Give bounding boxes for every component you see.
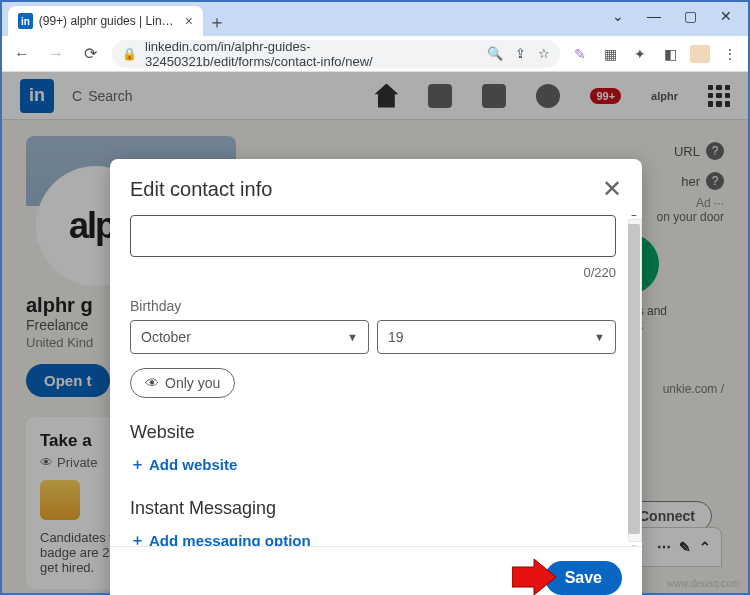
eye-icon: 👁: [145, 375, 159, 391]
kebab-menu-icon[interactable]: ⋮: [720, 46, 740, 62]
zoom-icon[interactable]: 🔍: [487, 46, 503, 61]
birthday-day-select[interactable]: 19 ▼: [377, 320, 616, 354]
scrollbar[interactable]: ▲ ▼: [628, 219, 642, 542]
share-icon[interactable]: ⇪: [515, 46, 526, 61]
chevron-down-icon: ▼: [594, 331, 605, 343]
extensions-puzzle-icon[interactable]: ✦: [630, 46, 650, 62]
address-bar[interactable]: 🔒 linkedin.com/in/alphr-guides-32450321b…: [112, 40, 560, 68]
browser-titlebar: in (99+) alphr guides | LinkedIn × ＋ ⌄ —…: [2, 2, 748, 36]
linkedin-favicon: in: [18, 13, 33, 29]
profile-avatar-icon[interactable]: [690, 45, 710, 63]
add-website-button[interactable]: ＋ Add website: [130, 455, 237, 474]
scroll-thumb[interactable]: [628, 224, 640, 534]
annotation-arrow: [512, 559, 556, 595]
tab-title: (99+) alphr guides | LinkedIn: [39, 14, 179, 28]
browser-tab[interactable]: in (99+) alphr guides | LinkedIn ×: [8, 6, 203, 36]
reload-button[interactable]: ⟳: [78, 42, 102, 66]
watermark: www.deuaq.com: [667, 578, 740, 589]
plus-icon: ＋: [130, 531, 145, 546]
birthday-month-select[interactable]: October ▼: [130, 320, 369, 354]
forward-button: →: [44, 42, 68, 66]
close-tab-icon[interactable]: ×: [185, 13, 193, 29]
chevron-down-icon[interactable]: ⌄: [600, 2, 636, 30]
visibility-pill[interactable]: 👁 Only you: [130, 368, 235, 398]
new-tab-button[interactable]: ＋: [203, 8, 231, 36]
browser-toolbar: ← → ⟳ 🔒 linkedin.com/in/alphr-guides-324…: [2, 36, 748, 72]
website-heading: Website: [130, 422, 632, 443]
chevron-down-icon: ▼: [347, 331, 358, 343]
edit-contact-info-modal: Edit contact info ✕ 0/220 Birthday Octob…: [110, 159, 642, 595]
contact-textarea[interactable]: [130, 215, 616, 257]
url-text: linkedin.com/in/alphr-guides-32450321b/e…: [145, 39, 479, 69]
scroll-up-arrow[interactable]: ▲: [627, 215, 641, 220]
save-button[interactable]: Save: [545, 561, 622, 595]
maximize-icon[interactable]: ▢: [672, 2, 708, 30]
birthday-label: Birthday: [130, 298, 632, 314]
extension-icon[interactable]: ▦: [600, 46, 620, 62]
bookmark-icon[interactable]: ☆: [538, 46, 550, 61]
close-window-icon[interactable]: ✕: [708, 2, 744, 30]
back-button[interactable]: ←: [10, 42, 34, 66]
extension-icon[interactable]: ✎: [570, 46, 590, 62]
add-messaging-button[interactable]: ＋ Add messaging option: [130, 531, 311, 546]
char-counter: 0/220: [130, 265, 616, 280]
side-panel-icon[interactable]: ◧: [660, 46, 680, 62]
plus-icon: ＋: [130, 455, 145, 474]
close-modal-button[interactable]: ✕: [602, 175, 622, 203]
lock-icon: 🔒: [122, 47, 137, 61]
instant-messaging-heading: Instant Messaging: [130, 498, 632, 519]
modal-title: Edit contact info: [130, 178, 272, 201]
minimize-icon[interactable]: —: [636, 2, 672, 30]
svg-marker-0: [512, 559, 556, 595]
